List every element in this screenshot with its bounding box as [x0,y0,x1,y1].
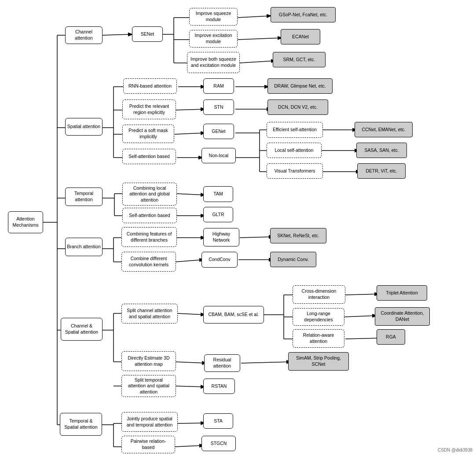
long-range-node: Long-rangedependencies [293,308,344,326]
simam-node: SimAM, Strip Pooling,SCNet [288,352,349,371]
rnn-based-node: RNN-based attention [123,78,177,94]
directly-estimate-node: Directly Estimate 3Dattention map [121,351,176,371]
svg-line-74 [175,445,203,447]
efficient-self-node: Efficient self-attention [267,122,323,138]
ram-node: RAM [203,78,234,94]
svg-line-49 [240,237,273,238]
gltr-node: GLTR [203,207,233,222]
ecanet-node: ECANet [281,29,320,44]
branch-attention-node: Branch attention [65,238,103,256]
senet-node: SENet [132,26,163,42]
svg-line-27 [175,133,205,134]
diagram-container: Attention Mechanisms Channelattention SE… [0,0,476,456]
genet-node: GENet [203,124,234,139]
cross-dim-node: Cross-dimensioninteraction [293,285,345,304]
channel-attention-node: Channelattention [65,26,103,44]
improve-both-node: Improve both squeezeand excitation modul… [187,52,240,73]
spatial-attention-node: Spatial attention [65,118,103,136]
svg-line-50 [175,260,203,262]
svg-line-73 [177,423,205,423]
self-att-temporal-node: Self-attention based [122,208,177,223]
svg-line-63 [345,294,378,295]
split-channel-node: Split channel attentionand spatial atten… [121,304,178,324]
nonlocal-node: Non-local [201,148,236,163]
tam-node: TAM [203,186,233,202]
cbam-node: CBAM, BAM, scSE et al. [203,306,264,324]
svg-line-64 [344,316,376,317]
coordinate-node: Coordinate Attention,DANet [375,307,430,326]
srm-gct-node: SRM, GCT, etc. [273,52,326,67]
combine-conv-node: Combine differentconvolution kernels [121,252,176,272]
svg-line-66 [175,362,206,363]
channel-spatial-node: Channel &Spatial attention [61,318,103,341]
stgcn-node: STGCN [201,436,236,451]
combining-features-node: Combining features ofdifferent branches [121,227,177,247]
svg-line-14 [238,16,271,18]
stn-node: STN [203,99,234,115]
self-att-spatial-node: Self-attention based [122,149,176,164]
svg-line-57 [177,313,205,315]
root-node: Attention Mechanisms [8,211,43,233]
residual-att-node: Residualattention [204,354,240,372]
ccnet-node: CCNet, EMANet, etc. [355,122,413,137]
dcn-node: DCN, DCN V2, etc. [267,99,328,115]
rstan-node: RSTAN [203,379,235,394]
local-self-node: Local self-attention [267,143,322,158]
svg-line-42 [177,194,205,195]
pairwise-node: Pairwise relation-based [121,436,175,453]
svg-line-68 [175,386,205,387]
svg-line-67 [241,362,290,363]
svg-line-15 [238,38,282,40]
jointly-produce-node: Jointly produce spatialand temporal atte… [121,412,178,432]
predict-soft-node: Predict a soft maskimplicitly [122,125,174,143]
temporal-attention-node: Temporalattention [65,188,103,206]
draw-node: DRAW, Glimpse Net, etc. [267,78,333,94]
sasa-node: SASA, SAN, etc. [356,143,407,158]
svg-line-25 [176,109,205,110]
condconv-node: CondConv [201,252,238,268]
gsop-node: GSoP-Net, FcaNet, etc. [271,7,336,22]
combining-local-node: Combining localattention and globalatten… [122,183,177,206]
relation-aware-node: Relation-awareattention [293,329,344,348]
rga-node: RGA [377,329,405,345]
predict-relevant-node: Predict the relevantregion explicitly [122,99,176,119]
svg-line-8 [103,34,132,35]
detr-node: DETR, ViT, etc. [357,163,406,179]
improve-squeeze-node: Improve squeezemodule [189,8,238,26]
visual-transformers-node: Visual Transformers [267,163,323,179]
dynamic-conv-node: Dynamic Conv. [270,252,316,267]
svg-line-16 [240,61,275,63]
improve-excitation-node: Improve excitationmodule [189,30,238,48]
split-temporal-node: Split temporalattention and spatialatten… [121,375,176,397]
triplet-node: Triplet Attention [377,285,427,301]
sknet-node: SKNet, ReNeSt, etc. [270,228,326,243]
highway-node: HighwayNetwork [203,228,239,246]
temporal-spatial-node: Temporal &Spatial attention [60,413,102,436]
sta-node: STA [203,413,233,429]
watermark: CSDN @didi3938 [438,448,472,452]
